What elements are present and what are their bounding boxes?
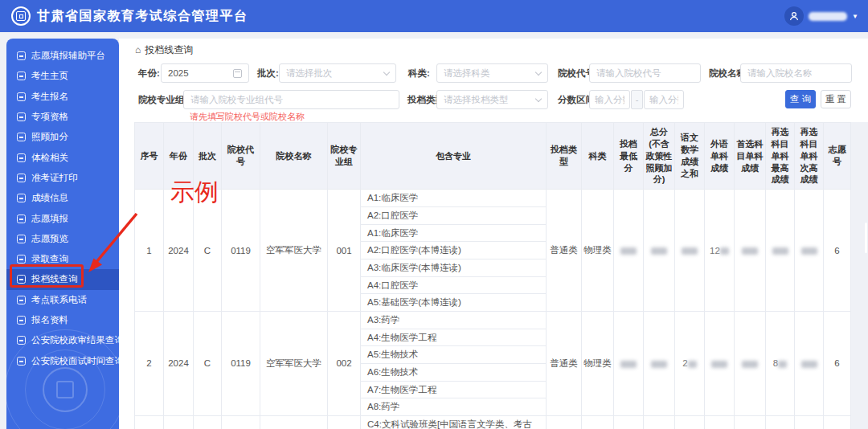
reset-button[interactable]: 重 置	[821, 90, 851, 108]
major-cell: A4:口腔医学	[361, 276, 547, 294]
score-range-separator: -	[631, 90, 643, 109]
table-cell	[328, 415, 361, 429]
chevron-down-icon[interactable]: ▼	[852, 13, 858, 20]
sidebar-item-registration-materials[interactable]: 报名资料	[6, 310, 119, 330]
group-code-input[interactable]	[183, 90, 399, 109]
police-interview-time-icon	[17, 357, 26, 366]
app-header: 甘肃省国家教育考试综合管理平台 ▼	[0, 0, 868, 32]
table-cell: 空军军医大学	[260, 311, 328, 415]
table-header-row: 序号年份批次院校代号院校名称院校专业组包含专业投档类型科类投档最低分总分(不含政…	[135, 123, 851, 190]
table-body: 12024C0119空军军医大学001A1:临床医学普通类物理类126A2:口腔…	[135, 190, 851, 429]
major-cell: A2:口腔医学(本博连读)	[361, 242, 547, 259]
breadcrumb: ⌂ 投档线查询	[135, 43, 193, 56]
results-table: 序号年份批次院校代号院校名称院校专业组包含专业投档类型科类投档最低分总分(不含政…	[134, 122, 851, 429]
sidebar-item-exam-site-phone[interactable]: 考点联系电话	[6, 290, 119, 310]
score-cell	[705, 415, 735, 429]
subject-placeholder: 请选择科类	[444, 67, 536, 80]
table-cell: 物理类	[582, 311, 614, 415]
table-cell: 0119	[222, 311, 260, 415]
sidebar-item-admission-query[interactable]: 录取查询	[6, 249, 119, 269]
college-name-input[interactable]	[740, 63, 852, 83]
registration-materials-icon	[17, 316, 26, 325]
table-cell	[135, 415, 164, 429]
sidebar-nav: 志愿填报辅助平台考生主页考生报名专项资格照顾加分体检相关准考证打印成绩信息志愿填…	[6, 39, 119, 371]
subject-label: 科类:	[408, 63, 430, 83]
major-cell: A3:药学	[361, 311, 547, 329]
chevron-down-icon	[535, 68, 542, 75]
subject-select[interactable]: 请选择科类	[436, 63, 548, 83]
sidebar-item-admission-ticket-print[interactable]: 准考证打印	[6, 168, 119, 188]
redacted-score	[772, 247, 788, 255]
table-cell: 6	[824, 190, 851, 312]
table-cell: 1	[135, 190, 164, 312]
table-row: 12024C0119空军军医大学001A1:临床医学普通类物理类126	[135, 190, 851, 207]
sidebar-item-physical-exam[interactable]: 体检相关	[6, 147, 119, 167]
sidebar-scrollbar[interactable]	[865, 223, 867, 253]
column-header: 总分(不含政策性照顾加分)	[644, 123, 675, 190]
score-cell	[644, 415, 675, 429]
table-cell	[164, 415, 194, 429]
home-icon: ⌂	[135, 44, 141, 55]
sidebar-item-label: 准考证打印	[31, 172, 78, 184]
type-placeholder: 请选择投档类型	[444, 94, 536, 106]
sidebar-item-label: 志愿填报	[31, 213, 68, 225]
table-cell	[194, 415, 222, 429]
bonus-points-icon	[17, 133, 26, 141]
sidebar-item-assist-platform[interactable]: 志愿填报辅助平台	[6, 46, 119, 66]
sidebar-item-label: 志愿填报辅助平台	[31, 50, 105, 62]
sidebar-item-candidate-home[interactable]: 考生主页	[6, 66, 119, 86]
table-cell	[222, 415, 260, 429]
user-avatar-icon[interactable]	[784, 6, 804, 26]
sidebar-item-score-info[interactable]: 成绩信息	[6, 188, 119, 208]
sidebar-item-label: 体检相关	[31, 152, 68, 164]
column-header: 包含专业	[361, 123, 547, 190]
score-cell	[795, 190, 824, 312]
score-cell	[795, 415, 824, 429]
sidebar-item-label: 录取查询	[31, 253, 68, 265]
sidebar-item-label: 公安院校面试时间查询	[31, 355, 119, 367]
sidebar-item-label: 志愿预览	[31, 233, 68, 245]
query-button[interactable]: 查 询	[785, 90, 816, 108]
sidebar-item-police-interview-time[interactable]: 公安院校面试时间查询	[6, 350, 119, 370]
sidebar-item-application-fill[interactable]: 志愿填报	[6, 208, 119, 228]
application-fill-icon	[17, 214, 26, 223]
major-cell: A2:口腔医学	[361, 206, 547, 224]
sidebar-item-application-preview[interactable]: 志愿预览	[6, 229, 119, 249]
type-select[interactable]: 请选择投档类型	[436, 90, 548, 109]
redacted-score	[651, 361, 667, 368]
score-min-input[interactable]	[589, 90, 630, 109]
candidate-register-icon	[17, 92, 26, 101]
police-review-result-icon	[17, 336, 26, 345]
major-cell: A3:临床医学(本博连读)	[361, 259, 547, 276]
batch-select[interactable]: 请选择批次	[279, 63, 396, 83]
app-title: 甘肃省国家教育考试综合管理平台	[37, 8, 248, 25]
sidebar-item-label: 专项资格	[31, 111, 68, 123]
sidebar-item-label: 考生报名	[31, 91, 68, 103]
table-cell: C	[194, 311, 222, 415]
user-menu[interactable]: ▼	[784, 6, 858, 26]
exam-site-phone-icon	[17, 296, 26, 304]
sidebar-item-bonus-points[interactable]: 照顾加分	[6, 127, 119, 147]
score-cell	[644, 190, 675, 312]
sidebar-item-cutoff-line-query[interactable]: 投档线查询	[6, 269, 119, 289]
form-hint: 请先填写院校代号或院校名称	[190, 111, 305, 123]
sidebar-item-label: 考点联系电话	[31, 294, 87, 306]
redacted-score	[720, 247, 729, 255]
redacted-score	[742, 361, 758, 368]
college-code-input[interactable]	[589, 63, 701, 83]
redacted-score	[651, 247, 667, 255]
sidebar-item-candidate-register[interactable]: 考生报名	[6, 87, 119, 107]
score-max-input[interactable]	[644, 90, 684, 109]
batch-placeholder: 请选择批次	[286, 67, 384, 80]
batch-label: 批次:	[257, 63, 279, 83]
score-cell	[675, 415, 705, 429]
redacted-score	[620, 361, 637, 368]
user-name-redacted	[809, 12, 847, 21]
redacted-score	[742, 247, 758, 255]
table-cell: 2024	[164, 311, 194, 415]
score-info-icon	[17, 194, 26, 202]
sidebar-item-special-qualification[interactable]: 专项资格	[6, 107, 119, 127]
sidebar-item-police-review-result[interactable]: 公安院校政审结果查询	[6, 330, 119, 350]
year-field[interactable]: 2025	[161, 63, 249, 83]
platform-logo-icon	[11, 6, 31, 26]
